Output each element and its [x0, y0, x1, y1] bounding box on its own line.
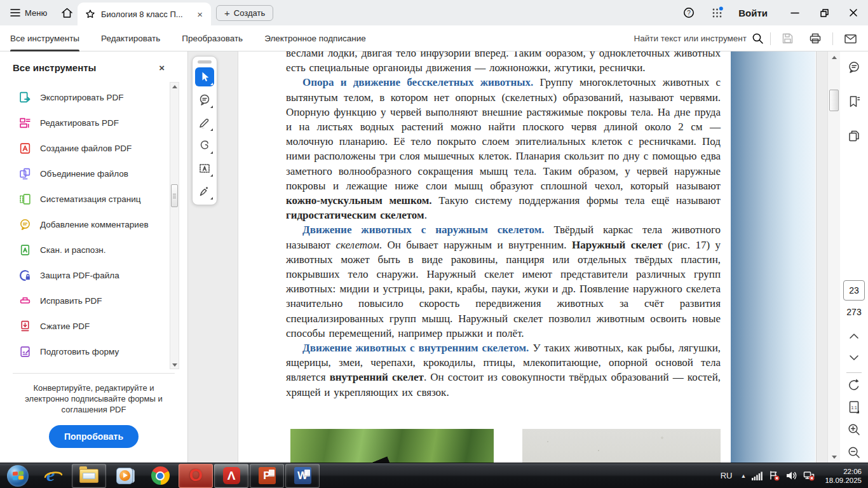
paragraph: Опора и движение бесскелетных животных. … [286, 75, 721, 222]
help-button[interactable]: ? [675, 0, 703, 25]
apps-grid-button[interactable] [703, 0, 732, 25]
pdf-page: веслами лодки, двигая тело инфузории впе… [238, 51, 817, 463]
panel-close-icon[interactable]: × [159, 62, 165, 73]
home-button[interactable] [53, 0, 81, 25]
media-player-button[interactable] [107, 464, 142, 488]
organize-pages-icon [19, 193, 31, 205]
search-icon [752, 32, 764, 44]
highlight-tool[interactable] [195, 113, 214, 132]
right-rail: 23 273 1:1 [840, 51, 868, 463]
word-button[interactable]: W [285, 464, 320, 488]
sidebar-item-add-comments[interactable]: Добавление комментариев [0, 212, 187, 237]
scroll-down-icon[interactable] [832, 456, 837, 459]
rotate-page-button[interactable] [847, 378, 861, 392]
scroll-down-icon[interactable] [172, 363, 177, 367]
notification-dot [719, 7, 723, 11]
windows-taskbar: eOΛPW RU ▲ 22:06 18.09.2025 [0, 463, 868, 488]
comments-panel-button[interactable] [847, 60, 861, 74]
internet-explorer-button[interactable]: e [36, 464, 71, 488]
action-center-flag-icon[interactable] [769, 471, 780, 481]
toolbar-tab-1[interactable]: Редактировать [101, 25, 160, 51]
sidebar-item-protect-pdf[interactable]: Защита PDF-файла [0, 262, 187, 288]
sidebar-item-compress-pdf[interactable]: Сжатие PDF [0, 313, 187, 339]
export-pdf-icon [19, 92, 31, 104]
tray-chevron-icon[interactable]: ▲ [741, 473, 747, 479]
paragraph-text: внутренний скелет [330, 371, 424, 383]
zoom-in-button[interactable] [847, 423, 861, 437]
search-tool[interactable]: Найти текст или инструмент [634, 32, 764, 44]
network-error-icon[interactable] [803, 471, 815, 481]
sidebar-item-repair-pdf[interactable]: Исправить PDF [0, 288, 187, 313]
opera-button[interactable]: O [179, 464, 213, 488]
comment-tool[interactable] [195, 90, 214, 109]
previous-page-button[interactable] [848, 332, 860, 340]
restore-window-icon [820, 8, 829, 18]
zoom-out-button[interactable] [847, 445, 861, 459]
sidebar-item-scan-ocr[interactable]: Скан. и распозн. [0, 237, 187, 262]
current-page-value: 23 [849, 285, 859, 295]
sidebar-item-combine-files[interactable]: Объединение файлов [0, 161, 187, 186]
printer-icon [809, 32, 822, 44]
drag-handle[interactable] [198, 60, 212, 64]
bookmarks-panel-button[interactable] [847, 95, 861, 109]
panel-scrollbar[interactable] [170, 82, 179, 369]
start-button[interactable] [1, 464, 35, 488]
panel-scrollbar-thumb[interactable] [171, 184, 178, 207]
save-button[interactable] [777, 32, 798, 44]
sidebar-item-label: Добавление комментариев [40, 220, 149, 229]
minimize-button[interactable] [780, 0, 810, 25]
fill-sign-tool[interactable] [195, 182, 214, 201]
tab-close-icon[interactable]: × [195, 10, 205, 19]
toolbar-tab-0[interactable]: Все инструменты [10, 25, 79, 51]
volume-icon[interactable] [786, 471, 797, 480]
chrome-button[interactable] [143, 464, 177, 488]
acrobat-button[interactable]: Λ [214, 464, 248, 488]
sidebar-item-edit-pdf[interactable]: Редактировать PDF [0, 110, 187, 135]
toolbar-tab-3[interactable]: Электронное подписание [264, 25, 366, 51]
select-tool[interactable] [195, 67, 214, 86]
document-scrollbar-thumb[interactable] [829, 90, 839, 111]
sidebar-item-create-pdf[interactable]: Создание файлов PDF [0, 135, 187, 161]
clock[interactable]: 22:06 18.09.2025 [821, 467, 862, 485]
word-icon: W [294, 467, 311, 484]
send-mail-button[interactable] [839, 33, 862, 44]
tray-date: 18.09.2025 [825, 476, 862, 485]
title-bar: Меню Биология 8 класс П... × + Создать ?… [0, 0, 868, 25]
sidebar-item-export-pdf[interactable]: Экспортировать PDF [0, 85, 187, 110]
actual-size-button[interactable]: 1:1 [847, 400, 861, 415]
restore-button[interactable] [810, 0, 839, 25]
sidebar-item-prepare-form[interactable]: Подготовить форму [0, 339, 187, 364]
text-select-tool[interactable] [195, 159, 214, 178]
close-window-button[interactable] [839, 0, 868, 25]
paragraph-text: Такую систему поддержания формы тела ещё… [432, 194, 721, 207]
print-button[interactable] [804, 32, 826, 44]
paragraph-text: гидростатическим скелетом [286, 209, 424, 221]
create-tab-button[interactable]: + Создать [216, 5, 273, 21]
draw-tool-icon [198, 139, 211, 152]
signal-strength-icon[interactable] [752, 471, 763, 480]
sidebar-item-organize-pages[interactable]: Систематизация страниц [0, 186, 187, 212]
windows-explorer-button[interactable] [72, 464, 106, 488]
draw-tool[interactable] [195, 136, 214, 155]
next-page-button[interactable] [848, 354, 860, 362]
sidebar-item-label: Экспортировать PDF [40, 93, 123, 102]
taskbar-empty-area[interactable] [320, 463, 718, 488]
sidebar-item-label: Сжатие PDF [40, 322, 90, 331]
toolbar: Все инструментыРедактироватьПреобразоват… [0, 25, 868, 51]
divider [846, 372, 862, 373]
signin-button[interactable]: Войти [732, 8, 780, 18]
scroll-up-icon[interactable] [172, 85, 177, 88]
internet-explorer-icon: e [43, 466, 64, 485]
language-indicator[interactable]: RU [718, 471, 735, 480]
page-thumbnails-button[interactable] [847, 129, 861, 143]
try-now-button[interactable]: Попробовать [49, 425, 139, 448]
powerpoint-button[interactable]: P [250, 464, 284, 488]
document-tab[interactable]: Биология 8 класс П... × [78, 3, 211, 25]
menu-button[interactable]: Меню [0, 0, 53, 25]
current-page-input[interactable]: 23 [843, 280, 865, 301]
toolbar-tab-2[interactable]: Преобразовать [182, 25, 243, 51]
paragraph-heading: Опора и движение бесскелетных животных. [302, 76, 540, 88]
compress-pdf-icon [19, 320, 31, 332]
scroll-up-icon[interactable] [832, 56, 837, 59]
document-scrollbar[interactable] [827, 51, 840, 463]
